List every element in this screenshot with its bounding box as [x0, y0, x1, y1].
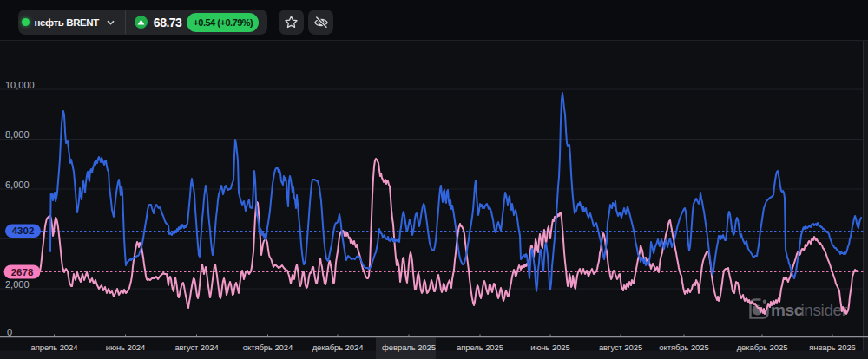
- svg-text:февраль 2025: февраль 2025: [382, 343, 436, 352]
- svg-text:октябрь 2024: октябрь 2024: [243, 343, 293, 352]
- svg-text:2,000: 2,000: [5, 279, 30, 290]
- svg-text:декабрь 2025: декабрь 2025: [737, 343, 788, 352]
- svg-text:апрель 2025: апрель 2025: [457, 343, 503, 352]
- svg-text:4302: 4302: [12, 225, 35, 236]
- svg-text:msc: msc: [771, 301, 804, 319]
- svg-text:апрель 2024: апрель 2024: [31, 343, 78, 352]
- svg-text:10,000: 10,000: [5, 80, 35, 90]
- svg-text:2678: 2678: [11, 267, 34, 277]
- svg-text:июнь 2024: июнь 2024: [106, 343, 146, 352]
- svg-text:июнь 2025: июнь 2025: [530, 343, 570, 352]
- svg-text:8,000: 8,000: [5, 129, 30, 140]
- svg-text:6,000: 6,000: [5, 180, 30, 190]
- svg-text:0: 0: [7, 327, 12, 337]
- svg-text:август 2025: август 2025: [599, 343, 642, 352]
- svg-text:август 2024: август 2024: [174, 343, 218, 352]
- svg-text:октябрь 2025: октябрь 2025: [659, 343, 708, 352]
- svg-text:декабрь 2024: декабрь 2024: [312, 343, 364, 352]
- svg-text:январь 2026: январь 2026: [809, 343, 856, 352]
